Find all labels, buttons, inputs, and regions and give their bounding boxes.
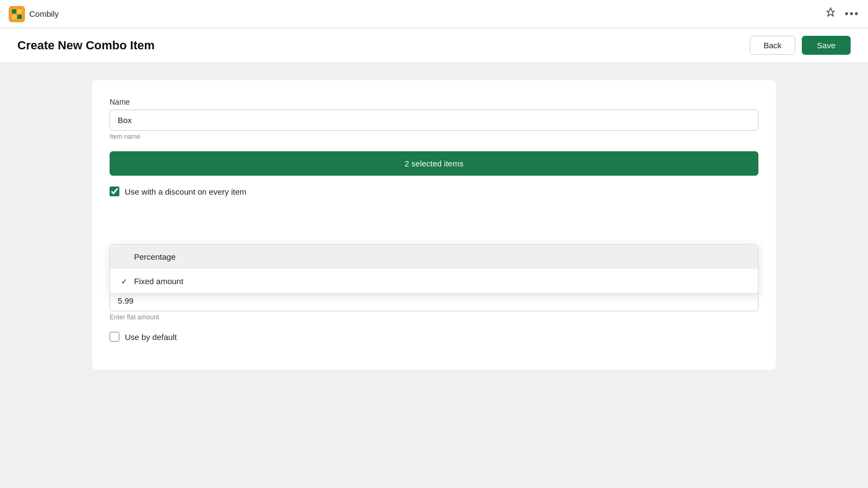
app-name: Combily xyxy=(29,9,59,18)
dropdown-item-percentage-label: Percentage xyxy=(134,252,176,261)
page-title: Create New Combo Item xyxy=(17,38,155,53)
svg-rect-3 xyxy=(17,15,22,19)
use-by-default-label[interactable]: Use by default xyxy=(125,332,177,342)
name-hint: Item name xyxy=(110,133,758,140)
discount-checkbox[interactable] xyxy=(110,187,119,196)
check-mark-fixed: ✓ xyxy=(121,277,130,286)
header-buttons: Back Save xyxy=(750,36,851,55)
app-icon xyxy=(9,6,25,22)
form-card: Name Item name 2 selected items Use with… xyxy=(92,80,776,370)
svg-rect-1 xyxy=(17,9,22,14)
svg-rect-0 xyxy=(12,9,16,14)
value-hint: Enter flat amount xyxy=(110,313,758,321)
back-button[interactable]: Back xyxy=(750,36,795,55)
dropdown-menu: Percentage ✓ Fixed amount xyxy=(110,244,758,294)
more-options-icon[interactable]: ••• xyxy=(845,8,859,20)
discount-checkbox-row: Use with a discount on every item xyxy=(110,187,758,196)
save-button[interactable]: Save xyxy=(802,36,851,55)
selected-items-button[interactable]: 2 selected items xyxy=(110,151,758,176)
topbar-right: ••• xyxy=(825,7,859,21)
discount-checkbox-label[interactable]: Use with a discount on every item xyxy=(125,187,246,196)
name-input[interactable] xyxy=(110,110,758,131)
topbar-left: Combily xyxy=(9,6,59,22)
pin-icon[interactable] xyxy=(825,7,836,21)
dropdown-item-percentage[interactable]: Percentage xyxy=(110,245,758,269)
name-label: Name xyxy=(110,98,758,106)
check-mark-percentage xyxy=(121,253,130,261)
page-header: Create New Combo Item Back Save xyxy=(0,28,868,63)
svg-rect-2 xyxy=(12,15,16,19)
discount-type-section: Percentage ✓ Fixed amount Percentage Fix… xyxy=(110,245,758,267)
use-by-default-checkbox[interactable] xyxy=(110,332,119,342)
use-by-default-row: Use by default xyxy=(110,332,758,342)
name-field-group: Name Item name xyxy=(110,98,758,140)
topbar: Combily ••• xyxy=(0,0,868,28)
dropdown-item-fixed-label: Fixed amount xyxy=(134,277,183,286)
dropdown-item-fixed-amount[interactable]: ✓ Fixed amount xyxy=(110,269,758,293)
main-content: Name Item name 2 selected items Use with… xyxy=(0,63,868,387)
